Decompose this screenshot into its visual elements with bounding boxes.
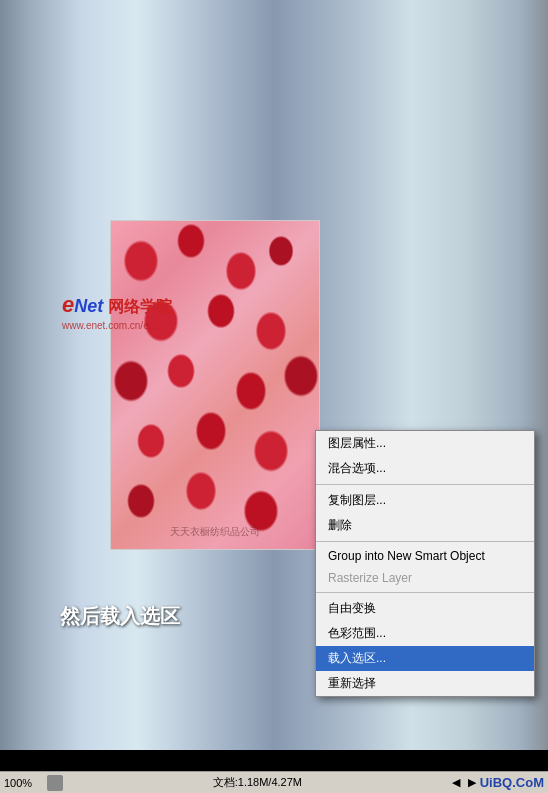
fabric-layer: 天天衣橱纺织品公司 — [110, 220, 320, 550]
enet-rest-text: 网络学院 — [103, 298, 171, 315]
brand-watermark: UiBQ.CoM — [480, 775, 544, 790]
menu-divider-2 — [316, 541, 534, 542]
instruction-text: 然后载入选区 — [60, 603, 180, 630]
nav-arrow-right[interactable]: ▶ — [468, 776, 476, 789]
menu-item-layer-properties[interactable]: 图层属性... — [316, 431, 534, 456]
main-canvas: 天天衣橱纺织品公司 eNet 网络学院 www.enet.com.cn/e...… — [0, 0, 548, 750]
enet-watermark: eNet 网络学院 www.enet.com.cn/e... — [62, 292, 172, 331]
document-info: 文档:1.18M/4.27M — [67, 775, 448, 790]
menu-item-reselect[interactable]: 重新选择 — [316, 671, 534, 696]
fabric-pattern — [111, 221, 319, 549]
menu-item-rasterize-layer: Rasterize Layer — [316, 567, 534, 589]
nav-arrow-left[interactable]: ◀ — [452, 776, 460, 789]
menu-item-group-smart-object[interactable]: Group into New Smart Object — [316, 545, 534, 567]
fabric-watermark: 天天衣橱纺织品公司 — [116, 525, 314, 539]
enet-url: www.enet.com.cn/e... — [62, 320, 172, 331]
document-icon — [47, 775, 63, 791]
menu-item-delete[interactable]: 删除 — [316, 513, 534, 538]
menu-item-blending-options[interactable]: 混合选项... — [316, 456, 534, 481]
menu-divider-1 — [316, 484, 534, 485]
menu-item-free-transform[interactable]: 自由变换 — [316, 596, 534, 621]
menu-item-color-range[interactable]: 色彩范围... — [316, 621, 534, 646]
menu-divider-3 — [316, 592, 534, 593]
enet-net-text: Net — [74, 296, 103, 316]
context-menu: 图层属性... 混合选项... 复制图层... 删除 Group into Ne… — [315, 430, 535, 697]
menu-item-duplicate-layer[interactable]: 复制图层... — [316, 488, 534, 513]
enet-e-letter: e — [62, 292, 74, 317]
zoom-level: 100% — [4, 777, 39, 789]
status-bar: 100% 文档:1.18M/4.27M ◀ ▶ UiBQ.CoM — [0, 771, 548, 793]
menu-item-load-selection[interactable]: 载入选区... — [316, 646, 534, 671]
